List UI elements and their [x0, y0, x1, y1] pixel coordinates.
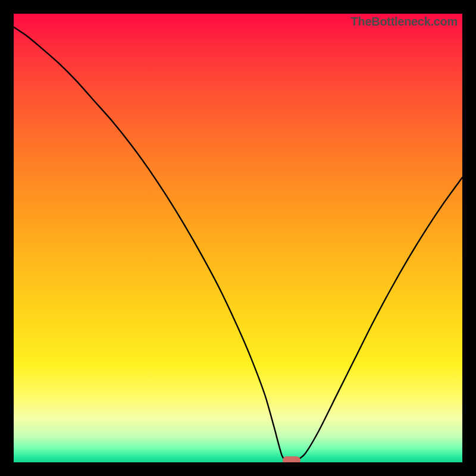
optimum-marker	[283, 456, 300, 462]
chart-frame: TheBottleneck.com	[0, 0, 476, 476]
plot-area: TheBottleneck.com	[14, 14, 462, 462]
bottleneck-curve	[14, 14, 462, 462]
